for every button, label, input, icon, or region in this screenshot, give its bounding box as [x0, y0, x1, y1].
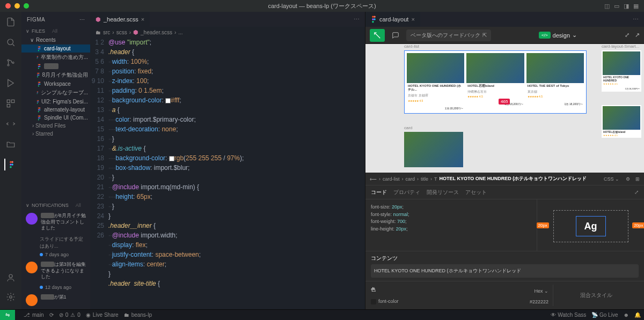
link-icon[interactable]: ⤢	[625, 32, 630, 39]
svg-point-56	[38, 117, 39, 118]
sidebar-item[interactable]: 卒業制作の進め方...	[21, 53, 90, 62]
sliders-icon[interactable]: ⚙	[626, 176, 630, 182]
open-external-icon[interactable]: ↗	[635, 32, 640, 39]
expand-icon[interactable]: ⤢	[634, 189, 639, 195]
sidebar-item[interactable]: card-layout	[21, 44, 90, 53]
svg-point-17	[39, 48, 40, 49]
feedback-icon[interactable]: ☻	[623, 312, 629, 318]
explorer-icon[interactable]	[5, 16, 17, 28]
comment-icon[interactable]	[388, 29, 403, 42]
folder-status[interactable]: 🖿 beans-lp	[124, 312, 152, 318]
css-dropdown[interactable]: CSS ⌄	[604, 176, 619, 182]
editor-tab[interactable]: ⬢ _header.scss ×	[90, 12, 150, 27]
remote-button[interactable]: ⇋	[0, 310, 15, 321]
figma-tabs: card-layout × ⋯	[365, 12, 644, 27]
shared-files[interactable]: › Shared Files	[21, 122, 90, 130]
color-row[interactable]: font-color#222222	[371, 297, 548, 306]
figma-more-icon[interactable]: ⋯	[633, 16, 639, 23]
card-smart[interactable]: HOTEL KYOTO ONE HUNDRED ★★★★★ 4.5 1泊 18,…	[602, 50, 641, 92]
source-control-icon[interactable]	[5, 57, 17, 69]
recents-folder[interactable]: ∨Recents	[21, 35, 90, 44]
tab-props[interactable]: プロパティ	[393, 189, 420, 196]
figma-canvas[interactable]: card-list HOTEL KYOTO ONE HUNDRED (ホテル..…	[365, 44, 644, 173]
maximize-button[interactable]	[24, 3, 29, 9]
card-frame[interactable]	[404, 132, 463, 167]
svg-point-24	[38, 64, 39, 65]
notification[interactable]: xxxxxが8月月イチ勉強会用でコメントしました	[21, 210, 90, 235]
tab-dev[interactable]: 開発リソース	[427, 189, 459, 196]
section-heading: 色	[371, 286, 376, 293]
starred-files[interactable]: › Starred	[21, 130, 90, 138]
content-value[interactable]: HOTEL KYOTO ONE HUNDRED (ホテルキョウトワンハンドレッド	[371, 264, 639, 278]
extensions-icon[interactable]	[5, 98, 17, 109]
notification[interactable]: xxxxxは第3回を編集できるようになりました	[21, 258, 90, 284]
card[interactable]: HOTEL KYOTO ONE HUNDRED (ホテル...京都市 京都府★★…	[407, 53, 464, 111]
code-editor[interactable]: 1 2 3 4 5 6 7 8 9 10 11 12 13 14 15 16 1…	[90, 38, 365, 309]
panel-right-icon[interactable]: ◨	[624, 3, 629, 10]
panel-left-icon[interactable]: ◫	[604, 3, 610, 10]
frame-label: card	[404, 125, 413, 130]
watch-sass[interactable]: 👁 Watch Sass	[551, 312, 586, 318]
search-icon[interactable]	[5, 36, 17, 48]
card[interactable]: HOTEL石垣Island沖縄県石垣市★★★★★ 4.51泊 18,200円〜	[466, 53, 524, 111]
notification[interactable]: xxxxxが第1	[21, 291, 90, 309]
tab-label: card-layout	[379, 16, 408, 23]
minimize-button[interactable]	[14, 3, 20, 9]
svg-point-37	[39, 83, 40, 84]
sidebar-item[interactable]: Workspace	[21, 80, 90, 88]
layout-grid-icon[interactable]: ▦	[633, 3, 639, 10]
more-icon[interactable]: ⋯	[79, 17, 85, 23]
sidebar-item[interactable]: シンプルなテーブ...	[21, 88, 90, 98]
svg-point-27	[39, 65, 40, 66]
svg-point-50	[39, 107, 40, 108]
sidebar-item[interactable]: 8月月イチ勉強会用	[21, 70, 90, 80]
svg-point-49	[38, 107, 39, 108]
design-dropdown[interactable]: </> design ⌄	[539, 32, 577, 39]
tab-code[interactable]: コード	[371, 189, 387, 196]
liveshare[interactable]: ◉ Live Share	[86, 312, 119, 318]
svg-point-61	[372, 18, 374, 20]
close-button[interactable]	[5, 3, 11, 9]
hex-dropdown[interactable]: Hex ⌄	[534, 288, 548, 294]
svg-point-32	[38, 75, 39, 76]
go-live[interactable]: 📡 Go Live	[591, 312, 618, 318]
dev-mode-button[interactable]	[370, 29, 385, 42]
svg-point-0	[8, 39, 13, 45]
css-panel[interactable]: font-size: 20px;font-style: normal;font-…	[365, 199, 537, 251]
account-icon[interactable]	[5, 272, 17, 284]
tab-assets[interactable]: アセット	[465, 189, 487, 196]
sidebar-item[interactable]: alternately-layout	[21, 106, 90, 114]
card-smart-2[interactable]: HOTEL石垣Island ★★★★★ 4.5	[602, 105, 641, 138]
git-branch[interactable]: ⎇ main	[24, 312, 44, 318]
svg-point-3	[12, 62, 14, 64]
figma-tab[interactable]: card-layout ×	[365, 12, 420, 27]
figma-activity-icon[interactable]	[4, 159, 16, 170]
git-sync[interactable]: ⟳	[49, 312, 54, 318]
settings-icon[interactable]	[5, 291, 17, 303]
bell-icon[interactable]: 🔔	[634, 312, 641, 318]
folder-icon[interactable]	[5, 138, 17, 150]
notifications-section[interactable]: ∨NOTIFICATIONS All	[21, 201, 90, 210]
editor-more-icon[interactable]: ⋯	[354, 16, 360, 23]
svg-point-20	[38, 56, 38, 57]
code-icon[interactable]: ⊞	[635, 176, 640, 182]
card-list-frame[interactable]: HOTEL KYOTO ONE HUNDRED (ホテル...京都市 京都府★★…	[404, 50, 587, 114]
inspector-breadcrumb[interactable]: ⟵ ›card-list ›card ›title ›T HOTEL KYOTO…	[365, 173, 644, 185]
files-section[interactable]: ∨FILES All	[21, 27, 90, 35]
breadcrumb[interactable]: 🖿 src› scss› ⬢ _header.scss› ...	[90, 27, 365, 38]
svg-point-36	[38, 83, 39, 84]
feedback-pill[interactable]: ベータ版へのフィードバック⇱	[406, 29, 491, 41]
sidebar-item[interactable]: UI2: Figma's Desi...	[21, 98, 90, 106]
remote-icon[interactable]	[5, 118, 17, 130]
back-icon[interactable]: ⟵	[370, 176, 377, 182]
problems[interactable]: ⊘ 0 ⚠ 0	[59, 312, 80, 318]
close-tab-icon[interactable]: ×	[411, 16, 414, 23]
debug-icon[interactable]	[5, 77, 17, 89]
svg-rect-5	[12, 100, 14, 102]
panel-bottom-icon[interactable]: ▭	[614, 3, 619, 10]
card[interactable]: HOTEL THE BEST of Tokyo東京都★★★★★ 4.51泊 18…	[526, 53, 584, 111]
sidebar-item[interactable]: xxxxx	[21, 62, 90, 70]
sidebar-item[interactable]: Spindle UI (Com...	[21, 114, 90, 122]
window-controls	[5, 3, 29, 9]
close-tab-icon[interactable]: ×	[141, 16, 144, 23]
